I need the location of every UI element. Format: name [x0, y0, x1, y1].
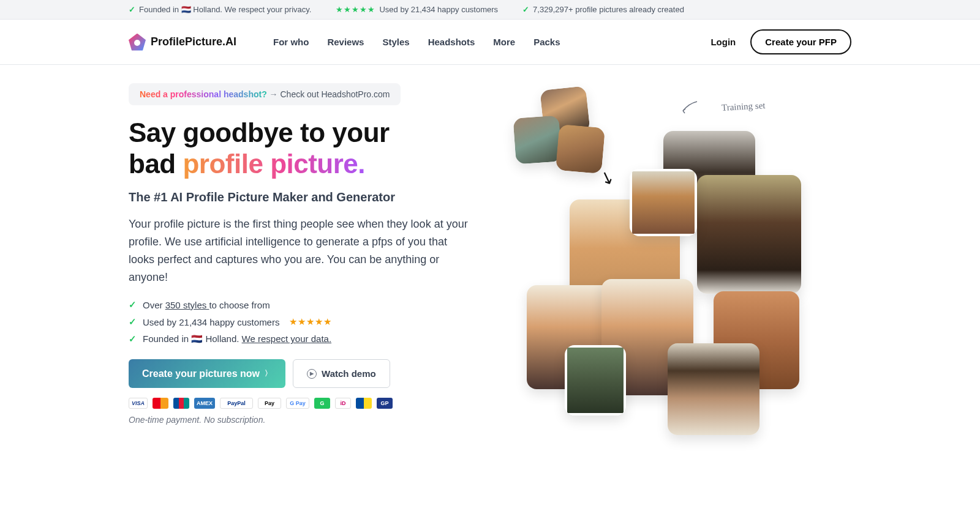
arrow-icon: →: [270, 89, 278, 99]
fineprint: One-time payment. No subscription.: [129, 415, 472, 425]
nav-headshots[interactable]: Headshots: [428, 37, 475, 47]
topbar: ✓ Founded in 🇳🇱 Holland. We respect your…: [0, 0, 980, 20]
login-link[interactable]: Login: [710, 37, 736, 47]
arrow-down-icon: ↘: [597, 166, 617, 190]
logo[interactable]: ProfilePicture.AI: [129, 34, 236, 51]
mastercard-icon: [153, 398, 168, 409]
topbar-text-1: Founded in 🇳🇱 Holland. We respect your p…: [139, 5, 311, 14]
training-set-label: Training set: [722, 100, 766, 113]
headline: Say goodbye to your bad profile picture.: [129, 117, 472, 179]
chevron-right-icon: 〉: [265, 368, 272, 379]
nav-packs[interactable]: Packs: [533, 37, 560, 47]
giropay-icon: GP: [377, 398, 393, 409]
feature-text: Used by 21,434 happy customers: [143, 317, 279, 327]
nav-reviews[interactable]: Reviews: [327, 37, 364, 47]
hero-section: Need a professional headshot? → Check ou…: [116, 65, 864, 463]
watch-demo-button[interactable]: ▶ Watch demo: [293, 359, 390, 388]
feature-list: ✓ Over 350 styles to choose from ✓ Used …: [129, 299, 472, 345]
check-icon: ✓: [522, 5, 529, 14]
hero-collage: Training set ↘: [496, 83, 851, 438]
body-text: Your profile picture is the first thing …: [129, 215, 472, 286]
generated-image: [565, 345, 626, 415]
grab-icon: G: [314, 398, 330, 409]
visa-icon: VISA: [129, 398, 148, 409]
training-photo-2: [513, 115, 562, 164]
cta-primary-label: Create your pictures now: [142, 368, 260, 379]
apple-pay-icon: Pay: [258, 398, 281, 409]
check-icon: ✓: [129, 5, 135, 14]
paypal-icon: PayPal: [220, 398, 253, 409]
header: ProfilePicture.AI For who Reviews Styles…: [0, 20, 980, 65]
headline-gradient: profile picture.: [183, 149, 365, 179]
training-photo-3: [556, 124, 605, 174]
generated-image: [697, 175, 801, 294]
stars-icon: ★★★★★: [336, 5, 375, 14]
play-icon: ▶: [307, 369, 317, 379]
feature-customers: ✓ Used by 21,434 happy customers ★★★★★: [129, 316, 472, 327]
topbar-text-2: Used by 21,434 happy customers: [379, 5, 498, 14]
nav-styles[interactable]: Styles: [382, 37, 409, 47]
nav-for-who[interactable]: For who: [273, 37, 309, 47]
google-pay-icon: G Pay: [286, 398, 309, 409]
topbar-text-3: 7,329,297+ profile pictures already crea…: [533, 5, 684, 14]
bancontact-icon: [356, 398, 372, 409]
main-nav: For who Reviews Styles Headshots More Pa…: [273, 37, 560, 47]
ideal-icon: iD: [335, 398, 351, 409]
promo-banner[interactable]: Need a professional headshot? → Check ou…: [129, 83, 401, 105]
curve-arrow-icon: [680, 99, 698, 117]
feature-privacy-link[interactable]: We respect your data.: [242, 333, 331, 344]
logo-text: ProfilePicture.AI: [151, 35, 236, 48]
feature-text: Over: [143, 300, 165, 310]
feature-text: to choose from: [209, 300, 270, 310]
check-icon: ✓: [129, 316, 137, 327]
topbar-privacy: ✓ Founded in 🇳🇱 Holland. We respect your…: [129, 5, 311, 14]
feature-text: Founded in 🇳🇱 Holland.: [143, 333, 242, 344]
unionpay-icon: [173, 398, 189, 409]
subhead: The #1 AI Profile Picture Maker and Gene…: [129, 190, 472, 204]
check-icon: ✓: [129, 333, 137, 345]
generated-image: [668, 343, 760, 435]
nav-more[interactable]: More: [493, 37, 515, 47]
topbar-count: ✓ 7,329,297+ profile pictures already cr…: [522, 5, 684, 14]
feature-styles-link[interactable]: 350 styles: [165, 300, 209, 310]
amex-icon: AMEX: [194, 398, 215, 409]
topbar-customers: ★★★★★ Used by 21,434 happy customers: [336, 5, 498, 14]
stars-icon: ★★★★★: [289, 316, 332, 327]
payment-methods: VISA AMEX PayPal Pay G Pay G iD GP: [129, 398, 472, 409]
cta-row: Create your pictures now 〉 ▶ Watch demo: [129, 359, 472, 388]
hero-left: Need a professional headshot? → Check ou…: [129, 83, 472, 438]
headline-line2a: bad: [129, 149, 183, 179]
create-pictures-button[interactable]: Create your pictures now 〉: [129, 359, 285, 388]
cta-secondary-label: Watch demo: [322, 368, 376, 379]
promo-link: Check out HeadshotPro.com: [281, 89, 390, 99]
check-icon: ✓: [129, 299, 137, 310]
generated-image: [630, 169, 697, 236]
create-pfp-button[interactable]: Create your PFP: [750, 29, 851, 54]
feature-styles: ✓ Over 350 styles to choose from: [129, 299, 472, 310]
logo-icon: [129, 34, 146, 51]
feature-privacy: ✓ Founded in 🇳🇱 Holland. We respect your…: [129, 333, 472, 345]
promo-text: Need a professional headshot?: [140, 89, 267, 99]
headline-line1: Say goodbye to your: [129, 117, 390, 147]
